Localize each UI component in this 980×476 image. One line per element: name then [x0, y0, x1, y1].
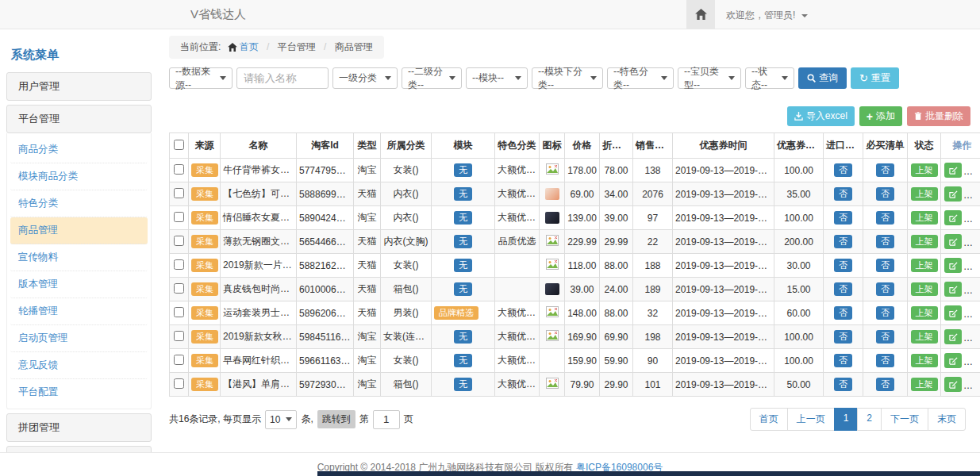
chevron-down-icon — [385, 76, 391, 80]
edit-button[interactable] — [944, 210, 962, 225]
pager-上一页[interactable]: 上一页 — [787, 408, 835, 431]
imported-badge[interactable]: 否 — [834, 378, 852, 391]
row-checkbox[interactable] — [174, 378, 184, 389]
name-search-input[interactable] — [236, 67, 329, 89]
must-buy-badge[interactable]: 否 — [876, 330, 894, 344]
imported-badge[interactable]: 否 — [834, 259, 852, 272]
row-checkbox[interactable] — [174, 188, 184, 198]
batch-delete-button[interactable]: 批量删除 — [907, 106, 970, 126]
sidebar-group-省惠快报[interactable]: 省惠快报 — [6, 446, 152, 452]
status-badge[interactable]: 上架 — [911, 235, 938, 248]
status-cell: 上架 — [908, 206, 941, 230]
edit-button[interactable] — [944, 305, 962, 321]
imported-badge[interactable]: 否 — [834, 354, 852, 367]
sidebar-item-特色分类[interactable]: 特色分类 — [10, 190, 148, 217]
edit-button[interactable] — [944, 186, 962, 202]
status-badge[interactable]: 上架 — [911, 163, 938, 177]
status-badge[interactable]: 上架 — [911, 187, 938, 201]
row-checkbox[interactable] — [174, 307, 184, 317]
edit-button[interactable] — [944, 377, 962, 392]
imported-badge[interactable]: 否 — [834, 163, 852, 177]
imported-badge[interactable]: 否 — [834, 211, 852, 225]
level2-category-select[interactable]: --二级分类-- — [402, 67, 462, 89]
status-badge[interactable]: 上架 — [911, 259, 938, 272]
home-button[interactable] — [686, 0, 715, 29]
status-badge[interactable]: 上架 — [911, 306, 938, 320]
user-menu[interactable]: 欢迎您，管理员! — [726, 9, 808, 22]
module-cell: 无 — [432, 182, 495, 206]
reset-button[interactable]: ↻ 重置 — [851, 67, 899, 89]
sidebar-item-版本管理[interactable]: 版本管理 — [10, 271, 148, 298]
query-button[interactable]: 查询 — [798, 67, 847, 89]
status-badge[interactable]: 上架 — [911, 211, 938, 225]
edit-button[interactable] — [944, 258, 962, 273]
must-buy-badge[interactable]: 否 — [876, 187, 894, 201]
module-select[interactable]: --模块-- — [466, 67, 528, 89]
pager-末页[interactable]: 末页 — [928, 408, 966, 431]
feature-category-select[interactable]: --特色分类-- — [607, 67, 674, 89]
module-sub-category-select[interactable]: --模块下分类-- — [532, 67, 603, 89]
chevron-down-icon — [728, 76, 735, 80]
sidebar-item-商品分类[interactable]: 商品分类 — [10, 136, 148, 163]
sidebar-group-拼团管理[interactable]: 拼团管理 — [6, 413, 152, 442]
imported-badge[interactable]: 否 — [834, 187, 852, 201]
sidebar-item-轮播管理[interactable]: 轮播管理 — [10, 298, 148, 325]
row-checkbox[interactable] — [174, 236, 184, 246]
pager-下一页[interactable]: 下一页 — [881, 408, 928, 431]
status-cell: 上架 — [908, 373, 941, 397]
select-all-checkbox[interactable] — [174, 140, 184, 150]
edit-button[interactable] — [944, 234, 962, 249]
edit-button[interactable] — [944, 282, 962, 297]
edit-button[interactable] — [944, 163, 962, 178]
must-buy-badge[interactable]: 否 — [876, 235, 894, 248]
row-checkbox[interactable] — [174, 259, 184, 270]
must-buy-badge[interactable]: 否 — [876, 378, 894, 391]
row-checkbox[interactable] — [174, 331, 184, 341]
status-badge[interactable]: 上架 — [911, 354, 938, 367]
sidebar-item-平台配置[interactable]: 平台配置 — [10, 379, 148, 405]
must-buy-badge[interactable]: 否 — [876, 259, 894, 272]
level1-category-select[interactable]: 一级分类 — [332, 67, 398, 89]
add-button[interactable]: + 添加 — [859, 106, 902, 126]
pager-首页[interactable]: 首页 — [750, 408, 788, 431]
status-badge[interactable]: 上架 — [911, 378, 938, 391]
pager: 首页上一页12下一页末页 — [751, 408, 966, 431]
status-badge[interactable]: 上架 — [911, 330, 938, 344]
pager-1[interactable]: 1 — [834, 408, 859, 431]
must-buy-badge[interactable]: 否 — [876, 211, 894, 225]
edit-button[interactable] — [944, 353, 962, 368]
must-buy-badge[interactable]: 否 — [876, 306, 894, 320]
status-badge[interactable]: 上架 — [911, 282, 938, 296]
item-type-select[interactable]: --宝贝类型-- — [678, 67, 741, 89]
must-buy-badge[interactable]: 否 — [876, 354, 894, 367]
row-checkbox[interactable] — [174, 283, 184, 294]
sidebar-group-用户管理[interactable]: 用户管理 — [6, 72, 152, 101]
row-checkbox[interactable] — [174, 355, 184, 365]
sidebar-item-商品管理[interactable]: 商品管理 — [10, 217, 148, 244]
sidebar-item-宣传物料[interactable]: 宣传物料 — [10, 244, 148, 271]
sidebar-item-意见反馈[interactable]: 意见反馈 — [10, 352, 148, 379]
import-excel-button[interactable]: 导入excel — [787, 106, 855, 126]
sidebar-item-启动页管理[interactable]: 启动页管理 — [10, 325, 148, 352]
status-select[interactable]: --状态-- — [745, 67, 794, 89]
operations-cell — [941, 373, 980, 397]
data-source-select[interactable]: --数据来源-- — [169, 67, 233, 89]
imported-badge[interactable]: 否 — [834, 235, 852, 248]
source-badge: 采集 — [191, 378, 218, 391]
page-number-input[interactable] — [373, 410, 400, 429]
breadcrumb-home-link[interactable]: 首页 — [240, 41, 259, 52]
imported-badge[interactable]: 否 — [834, 330, 852, 344]
row-checkbox[interactable] — [174, 164, 184, 175]
edit-icon — [949, 213, 958, 222]
imported-badge[interactable]: 否 — [834, 282, 852, 296]
row-checkbox[interactable] — [174, 212, 184, 222]
edit-button[interactable] — [944, 329, 962, 344]
jump-button[interactable]: 跳转到 — [317, 410, 355, 428]
sidebar-item-模块商品分类[interactable]: 模块商品分类 — [10, 163, 148, 190]
sidebar-group-平台管理[interactable]: 平台管理 — [6, 105, 152, 133]
must-buy-badge[interactable]: 否 — [876, 282, 894, 296]
pager-2[interactable]: 2 — [857, 408, 882, 431]
must-buy-badge[interactable]: 否 — [876, 163, 894, 177]
per-page-select[interactable]: 10 — [265, 410, 297, 429]
imported-badge[interactable]: 否 — [834, 306, 852, 320]
